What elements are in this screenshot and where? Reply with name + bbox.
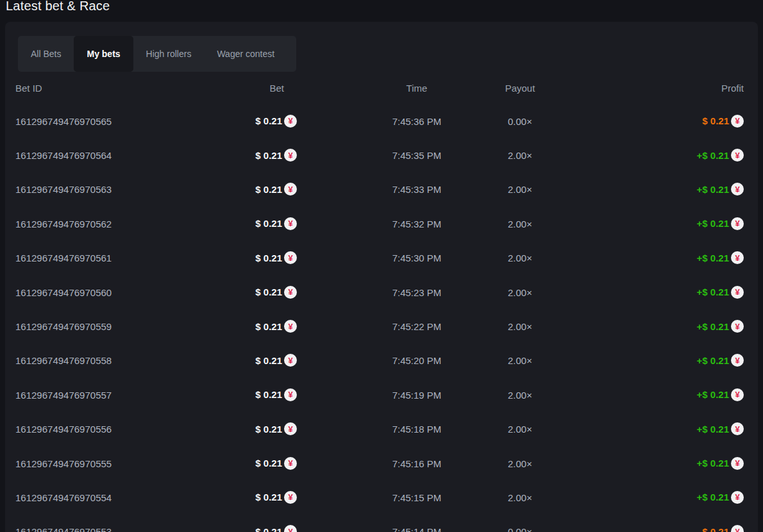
bet-id-value: 161296749476970553 [15,526,112,532]
tab-wager-contest[interactable]: Wager contest [204,36,287,72]
bet-amount-value: $ 0.21 [255,150,282,161]
bet-id-value: 161296749476970563 [15,184,112,195]
payout-multiplier-value: 0.00× [456,115,584,126]
table-row: 161296749476970560 $ 0.21 ¥ 7:45:23 PM 2… [5,275,758,309]
bet-amount-cell: $ 0.21 ¥ [255,491,297,504]
bet-id-value: 161296749476970562 [15,218,112,229]
tab-all-bets[interactable]: All Bets [18,36,74,72]
yen-coin-icon: ¥ [731,320,744,333]
yen-coin-icon: ¥ [284,149,297,162]
bet-amount-cell: $ 0.21 ¥ [255,320,297,333]
yen-coin-icon: ¥ [284,422,297,435]
profit-cell: +$ 0.21 ¥ [697,422,744,435]
profit-amount-value: +$ 0.21 [697,389,729,400]
yen-coin-icon: ¥ [284,354,297,367]
payout-multiplier-value: 2.00× [456,184,584,195]
table-body: 161296749476970565 $ 0.21 ¥ 7:45:36 PM 0… [5,104,758,532]
latest-bet-race-section: Latest bet & Race All Bets My bets High … [0,0,763,532]
table-row: 161296749476970554 $ 0.21 ¥ 7:45:15 PM 2… [5,480,758,514]
profit-amount-value: +$ 0.21 [697,321,729,332]
table-row: 161296749476970553 $ 0.21 ¥ 7:45:14 PM 0… [5,515,758,532]
tab-my-bets[interactable]: My bets [74,36,133,72]
bet-amount-cell: $ 0.21 ¥ [255,183,297,195]
payout-multiplier-value: 0.00× [456,526,584,532]
table-row: 161296749476970558 $ 0.21 ¥ 7:45:20 PM 2… [5,344,758,378]
yen-coin-icon: ¥ [731,286,744,299]
bet-id-value: 161296749476970565 [15,115,112,126]
profit-cell: +$ 0.21 ¥ [697,320,744,333]
bet-amount-value: $ 0.21 [255,355,282,366]
profit-cell: $ 0.21 ¥ [702,525,744,532]
profit-cell: +$ 0.21 ¥ [697,388,744,401]
payout-multiplier-value: 2.00× [456,321,584,332]
profit-cell: +$ 0.21 ¥ [697,217,744,230]
bet-id-value: 161296749476970561 [15,253,112,263]
bets-panel: All Bets My bets High rollers Wager cont… [5,22,758,532]
column-header-payout: Payout [456,83,584,94]
profit-amount-value: $ 0.21 [702,526,729,532]
yen-coin-icon: ¥ [731,422,744,435]
yen-coin-icon: ¥ [284,217,297,230]
yen-coin-icon: ¥ [731,183,744,195]
table-row: 161296749476970557 $ 0.21 ¥ 7:45:19 PM 2… [5,378,758,411]
payout-multiplier-value: 2.00× [456,287,584,297]
table-row: 161296749476970555 $ 0.21 ¥ 7:45:16 PM 2… [5,446,758,480]
bet-id-value: 161296749476970559 [15,321,112,332]
bet-amount-value: $ 0.21 [255,458,282,469]
bet-amount-cell: $ 0.21 ¥ [255,525,297,532]
profit-amount-value: +$ 0.21 [697,424,729,435]
profit-amount-value: +$ 0.21 [697,287,729,297]
table-row: 161296749476970563 $ 0.21 ¥ 7:45:33 PM 2… [5,172,758,206]
table-header-row: Bet ID Bet Time Payout Profit [5,72,758,104]
profit-cell: +$ 0.21 ¥ [697,251,744,264]
profit-cell: +$ 0.21 ¥ [697,491,744,504]
yen-coin-icon: ¥ [284,525,297,532]
column-header-bet-id: Bet ID [15,83,42,94]
bet-id-value: 161296749476970554 [15,492,112,503]
yen-coin-icon: ¥ [284,388,297,401]
yen-coin-icon: ¥ [731,115,744,128]
bet-amount-cell: $ 0.21 ¥ [255,422,297,435]
profit-amount-value: +$ 0.21 [697,253,729,263]
bet-amount-cell: $ 0.21 ¥ [255,354,297,367]
table-row: 161296749476970559 $ 0.21 ¥ 7:45:22 PM 2… [5,309,758,343]
yen-coin-icon: ¥ [284,491,297,504]
table-row: 161296749476970565 $ 0.21 ¥ 7:45:36 PM 0… [5,104,758,138]
bet-amount-value: $ 0.21 [255,184,282,195]
bet-amount-value: $ 0.21 [255,321,282,332]
bet-amount-value: $ 0.21 [255,492,282,503]
bet-amount-value: $ 0.21 [255,389,282,400]
payout-multiplier-value: 2.00× [456,150,584,161]
bet-id-value: 161296749476970558 [15,355,112,366]
bet-id-value: 161296749476970557 [15,389,112,400]
payout-multiplier-value: 2.00× [456,218,584,229]
bet-amount-cell: $ 0.21 ¥ [255,217,297,230]
yen-coin-icon: ¥ [731,354,744,367]
tab-high-rollers[interactable]: High rollers [133,36,205,72]
payout-multiplier-value: 2.00× [456,253,584,263]
bet-amount-cell: $ 0.21 ¥ [255,251,297,264]
profit-cell: $ 0.21 ¥ [702,115,744,128]
bets-tabbar: All Bets My bets High rollers Wager cont… [18,36,296,72]
yen-coin-icon: ¥ [731,457,744,470]
profit-amount-value: +$ 0.21 [697,218,729,229]
bet-id-value: 161296749476970560 [15,287,112,297]
yen-coin-icon: ¥ [731,251,744,264]
column-header-profit: Profit [721,83,744,94]
profit-cell: +$ 0.21 ¥ [697,149,744,162]
bet-id-value: 161296749476970556 [15,424,112,435]
bet-amount-cell: $ 0.21 ¥ [255,286,297,299]
profit-amount-value: $ 0.21 [702,115,729,126]
profit-amount-value: +$ 0.21 [697,492,729,503]
yen-coin-icon: ¥ [731,388,744,401]
profit-cell: +$ 0.21 ¥ [697,286,744,299]
table-row: 161296749476970561 $ 0.21 ¥ 7:45:30 PM 2… [5,241,758,275]
profit-cell: +$ 0.21 ¥ [697,183,744,195]
bet-amount-value: $ 0.21 [255,287,282,297]
yen-coin-icon: ¥ [284,251,297,264]
bet-id-value: 161296749476970564 [15,150,112,161]
profit-cell: +$ 0.21 ¥ [697,457,744,470]
yen-coin-icon: ¥ [731,149,744,162]
profit-amount-value: +$ 0.21 [697,458,729,469]
table-row: 161296749476970564 $ 0.21 ¥ 7:45:35 PM 2… [5,138,758,172]
